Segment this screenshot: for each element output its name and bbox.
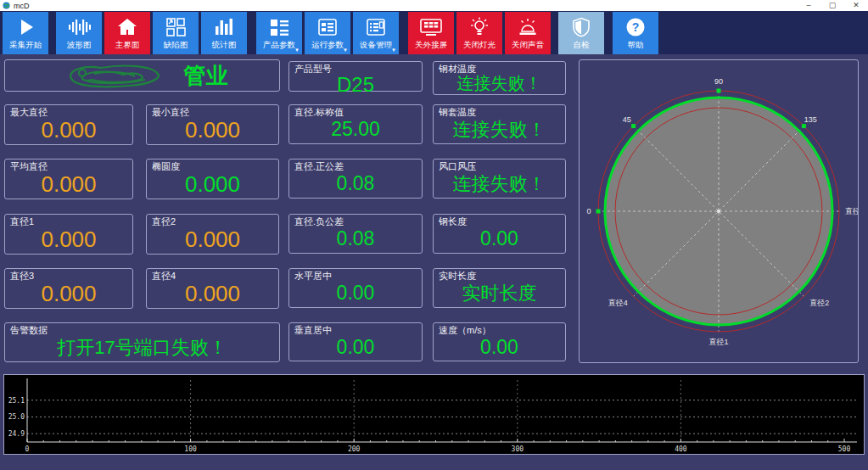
field-label: 直径3 xyxy=(5,269,132,282)
svg-text:?: ? xyxy=(632,20,640,34)
toolbar-button-run-params[interactable]: 运行参数▼ xyxy=(305,12,350,54)
shield-icon xyxy=(570,14,592,40)
field-label: 直径2 xyxy=(147,215,278,227)
trend-chart-panel: 25.125.024.90100200300400500 xyxy=(3,374,865,455)
field-label: 最大直径 xyxy=(5,105,132,118)
field-sleeve-temp: 钢套温度连接失败！ xyxy=(433,104,566,144)
field-value: D25 xyxy=(289,75,422,98)
field-value: 25.00 xyxy=(289,118,422,143)
svg-text:500: 500 xyxy=(838,445,851,453)
toolbar-button-lights-off[interactable]: 关闭灯光 xyxy=(456,12,502,54)
device-manage-icon xyxy=(365,14,387,40)
field-value: 0.000 xyxy=(147,172,278,199)
toolbar-button-product-params[interactable]: 产品参数▼ xyxy=(256,12,302,54)
svg-text:400: 400 xyxy=(675,445,687,453)
defect-grid-icon xyxy=(165,14,187,40)
minimize-icon[interactable]: – xyxy=(797,0,820,11)
svg-text:135: 135 xyxy=(804,115,817,124)
field-plus-tolerance: 直径.正公差0.08 xyxy=(288,159,423,199)
toolbar-button-label: 关外接屏 xyxy=(415,40,447,51)
field-label: 水平居中 xyxy=(289,269,422,282)
screen-icon xyxy=(419,14,443,40)
svg-text:25.0: 25.0 xyxy=(8,413,25,421)
toolbar-button-self-check[interactable]: 自检 xyxy=(558,12,604,54)
field-value: 0.00 xyxy=(289,336,422,361)
bar-chart-icon xyxy=(213,14,235,40)
run-params-icon xyxy=(316,14,339,40)
field-value: 0.000 xyxy=(5,172,132,199)
field-label: 平均直径 xyxy=(5,159,132,172)
play-icon xyxy=(14,14,36,40)
field-value: 0.000 xyxy=(147,282,278,308)
window-title: mcD xyxy=(14,2,30,10)
chevron-down-icon: ▼ xyxy=(391,48,396,53)
field-label: 直径.负公差 xyxy=(289,215,422,227)
field-value: 0.000 xyxy=(5,227,132,254)
toolbar-button-stats-view[interactable]: 统计图 xyxy=(201,12,247,54)
toolbar-button-waveform-view[interactable]: 波形图 xyxy=(56,12,102,54)
svg-text:直径1: 直径1 xyxy=(708,338,728,346)
toolbar-button-main-screen[interactable]: 主界面 xyxy=(104,12,150,54)
close-icon[interactable]: ✕ xyxy=(844,0,868,11)
svg-text:直径2: 直径2 xyxy=(809,299,829,307)
field-alarm-data: 告警数据打开17号端口失败！ xyxy=(4,322,280,362)
field-value: 实时长度 xyxy=(434,282,565,307)
application-window: mcD – ▢ ✕ 采集开始波形图主界面缺陷图统计图产品参数▼运行参数▼设备管理… xyxy=(0,0,868,470)
chevron-down-icon: ▼ xyxy=(294,48,300,53)
field-speed: 速度（m/s）0.00 xyxy=(433,322,566,361)
toolbar-button-label: 主界面 xyxy=(115,40,140,51)
home-icon xyxy=(116,14,138,40)
field-value: 0.000 xyxy=(5,118,132,144)
field-vertical-center: 垂直居中0.00 xyxy=(288,322,423,361)
polar-chart-panel: 90451350直径3直径2直径1直径4 xyxy=(579,59,859,363)
svg-text:直径3: 直径3 xyxy=(845,207,858,215)
toolbar-button-label: 关闭灯光 xyxy=(463,40,496,51)
field-value: 连接失败！ xyxy=(434,118,565,143)
toolbar-button-help[interactable]: ?帮助 xyxy=(613,12,658,54)
field-diameter3: 直径30.000 xyxy=(4,268,133,309)
toolbar-button-label: 设备管理 xyxy=(360,40,392,51)
title-bar: mcD – ▢ ✕ xyxy=(0,0,868,11)
polar-chart: 90451350直径3直径2直径1直径4 xyxy=(580,60,858,362)
toolbar-button-label: 关闭声音 xyxy=(512,40,544,51)
toolbar: 采集开始波形图主界面缺陷图统计图产品参数▼运行参数▼设备管理▼关外接屏关闭灯光关… xyxy=(0,11,868,54)
maximize-icon[interactable]: ▢ xyxy=(820,0,844,11)
svg-text:0: 0 xyxy=(25,445,30,453)
toolbar-button-sound-off[interactable]: 关闭声音 xyxy=(505,12,551,54)
field-value: 打开17号端口失败！ xyxy=(5,336,279,361)
toolbar-button-external-screen-off[interactable]: 关外接屏 xyxy=(408,12,454,54)
field-label: 椭圆度 xyxy=(147,159,278,172)
svg-text:45: 45 xyxy=(623,115,631,124)
field-label: 风口风压 xyxy=(434,159,565,172)
field-value: 0.00 xyxy=(434,336,565,361)
field-value: 0.000 xyxy=(5,282,132,308)
field-steel-temp: 钢材温度连接失败！ xyxy=(433,61,566,95)
field-product-model: 产品型号D25 xyxy=(288,61,423,92)
field-label: 实时长度 xyxy=(434,269,565,282)
field-realtime-length: 实时长度实时长度 xyxy=(433,268,566,308)
toolbar-button-defect-view[interactable]: 缺陷图 xyxy=(153,12,199,54)
toolbar-button-device-manage[interactable]: 设备管理▼ xyxy=(353,12,399,54)
field-ovality: 椭圆度0.000 xyxy=(146,159,279,199)
field-label: 最小直径 xyxy=(147,105,278,118)
field-diameter2: 直径20.000 xyxy=(146,214,279,255)
field-label: 直径.标称值 xyxy=(289,105,422,118)
field-horizontal-center: 水平居中0.00 xyxy=(288,268,423,308)
field-value: 0.08 xyxy=(289,227,422,253)
toolbar-button-label: 采集开始 xyxy=(9,40,42,51)
waveform-icon xyxy=(67,14,91,40)
alarm-icon xyxy=(517,14,539,40)
bulb-icon xyxy=(468,14,490,40)
svg-text:0: 0 xyxy=(586,207,591,215)
field-value: 连接失败！ xyxy=(434,75,565,94)
toolbar-button-label: 自检 xyxy=(574,40,590,51)
field-label: 速度（m/s） xyxy=(434,323,565,336)
svg-text:90: 90 xyxy=(714,77,723,86)
field-label: 直径4 xyxy=(147,269,278,282)
field-diameter1: 直径10.000 xyxy=(4,214,133,255)
toolbar-button-label: 运行参数 xyxy=(311,40,344,51)
field-label: 直径1 xyxy=(5,215,132,227)
field-value: 0.000 xyxy=(147,227,278,254)
toolbar-button-capture-start[interactable]: 采集开始 xyxy=(3,12,48,54)
svg-text:直径4: 直径4 xyxy=(608,299,628,307)
